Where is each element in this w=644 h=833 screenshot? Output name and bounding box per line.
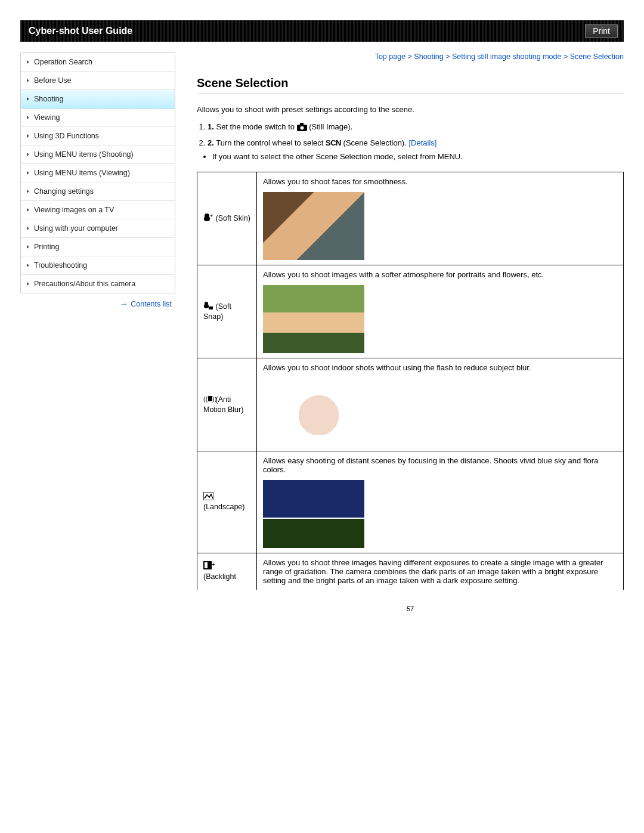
mode-desc-cell: Allows you to shoot indoor shots without… <box>257 358 624 451</box>
crumb-current: Scene Selection <box>570 52 624 61</box>
nav-operation-search[interactable]: Operation Search <box>21 53 175 72</box>
svg-text:+: + <box>212 561 215 568</box>
mode-row-soft-snap: (Soft Snap) Allows you to shoot images w… <box>197 265 624 358</box>
mode-label-cell: + (Backlight <box>197 553 257 590</box>
step-text: Set the mode switch to <box>216 122 296 131</box>
page-title: Scene Selection <box>197 76 624 90</box>
svg-text:((: (( <box>203 395 208 402</box>
details-link[interactable]: [Details] <box>408 138 436 147</box>
mode-desc-cell: Allows you to shoot faces for smoothness… <box>257 172 624 265</box>
nav-3d[interactable]: Using 3D Functions <box>21 127 175 145</box>
mode-desc-cell: Allows you to shoot three images having … <box>257 553 624 590</box>
crumb-mode[interactable]: Setting still image shooting mode <box>452 52 561 61</box>
nav-label: Before Use <box>34 76 72 85</box>
sample-image <box>263 378 364 446</box>
step-num: 1. <box>208 122 214 131</box>
sub-bullets: If you want to select the other Scene Se… <box>212 152 624 161</box>
bullet-item: If you want to select the other Scene Se… <box>212 152 624 161</box>
mode-desc: Allows easy shooting of distant scenes b… <box>263 456 598 474</box>
main-content: Top page > Shooting > Setting still imag… <box>197 52 624 612</box>
nav-list: Operation Search Before Use Shooting Vie… <box>20 52 175 293</box>
page-number: 57 <box>197 590 624 612</box>
scn-icon: SCN <box>326 138 341 147</box>
intro-text: Allows you to shoot with preset settings… <box>197 105 624 114</box>
mode-label-cell: (Soft Snap) <box>197 265 257 358</box>
mode-desc-cell: Allows you to shoot images with a softer… <box>257 265 624 358</box>
nav-label: Using with your computer <box>34 224 118 233</box>
nav-label: Printing <box>34 243 59 251</box>
step-text: (Still Image). <box>309 122 352 131</box>
svg-rect-10 <box>208 396 212 401</box>
steps-list: 1. Set the mode switch to (Still Image).… <box>208 121 624 148</box>
svg-rect-14 <box>205 562 208 568</box>
soft-skin-icon: + <box>203 213 213 222</box>
nav-printing[interactable]: Printing <box>21 238 175 256</box>
contents-list-link[interactable]: Contents list <box>131 300 172 308</box>
mode-row-anti-blur: (()) (Anti Motion Blur) Allows you to sh… <box>197 358 624 451</box>
arrow-right-icon: → <box>120 299 126 308</box>
mode-label: (Backlight <box>203 572 236 581</box>
mode-label-cell: (Landscape) <box>197 451 257 553</box>
nav-label: Shooting <box>34 95 63 103</box>
camera-icon <box>297 123 307 135</box>
nav-menu-shooting[interactable]: Using MENU items (Shooting) <box>21 145 175 164</box>
nav-tv[interactable]: Viewing images on a TV <box>21 201 175 219</box>
nav-before-use[interactable]: Before Use <box>21 72 175 90</box>
mode-desc: Allows you to shoot faces for smoothness… <box>263 177 408 186</box>
mode-row-soft-skin: + (Soft Skin) Allows you to shoot faces … <box>197 172 624 265</box>
header: Cyber-shot User Guide Print <box>20 20 624 42</box>
print-button[interactable]: Print <box>585 24 618 38</box>
nav-label: Operation Search <box>34 58 92 66</box>
app-title: Cyber-shot User Guide <box>29 26 132 36</box>
nav-computer[interactable]: Using with your computer <box>21 219 175 238</box>
nav-label: Changing settings <box>34 187 94 196</box>
mode-label-cell: (()) (Anti Motion Blur) <box>197 358 257 451</box>
svg-rect-4 <box>204 216 210 221</box>
sample-image <box>263 285 364 353</box>
crumb-shooting[interactable]: Shooting <box>414 52 443 61</box>
svg-text:+: + <box>210 213 213 219</box>
breadcrumb: Top page > Shooting > Setting still imag… <box>197 52 624 61</box>
nav-label: Viewing images on a TV <box>34 206 114 214</box>
step-1: 1. Set the mode switch to (Still Image). <box>208 121 624 135</box>
nav-label: Precautions/About this camera <box>34 280 135 288</box>
mode-row-landscape: (Landscape) Allows easy shooting of dist… <box>197 451 624 553</box>
nav-label: Using 3D Functions <box>34 132 99 140</box>
mode-label-cell: + (Soft Skin) <box>197 172 257 265</box>
mode-desc: Allows you to shoot three images having … <box>263 558 603 585</box>
mode-desc: Allows you to shoot indoor shots without… <box>263 363 531 372</box>
contents-list-link-row: → Contents list <box>20 293 175 308</box>
svg-rect-1 <box>300 123 304 125</box>
step-text: Turn the control wheel to select <box>216 138 326 147</box>
scene-modes-table: + (Soft Skin) Allows you to shoot faces … <box>197 172 624 590</box>
mode-row-backlight: + (Backlight Allows you to shoot three i… <box>197 553 624 590</box>
nav-precautions[interactable]: Precautions/About this camera <box>21 275 175 293</box>
sample-image <box>263 192 364 260</box>
step-num: 2. <box>208 138 214 147</box>
nav-shooting[interactable]: Shooting <box>21 90 175 109</box>
sample-image <box>263 480 364 548</box>
anti-blur-icon: (()) <box>203 394 213 403</box>
nav-changing-settings[interactable]: Changing settings <box>21 182 175 201</box>
sidebar: Operation Search Before Use Shooting Vie… <box>20 52 175 612</box>
landscape-icon <box>203 492 213 501</box>
nav-label: Using MENU items (Shooting) <box>34 150 134 159</box>
crumb-top[interactable]: Top page <box>375 52 405 61</box>
nav-troubleshooting[interactable]: Troubleshooting <box>21 256 175 275</box>
mode-desc-cell: Allows easy shooting of distant scenes b… <box>257 451 624 553</box>
nav-label: Troubleshooting <box>34 261 87 270</box>
nav-label: Viewing <box>34 113 60 122</box>
step-2: 2. Turn the control wheel to select SCN … <box>208 137 624 149</box>
backlight-icon: + <box>203 561 213 570</box>
nav-viewing[interactable]: Viewing <box>21 109 175 127</box>
step-text: (Scene Selection). <box>343 138 409 147</box>
mode-label: (Soft Skin) <box>213 214 250 222</box>
svg-rect-8 <box>209 306 213 309</box>
nav-label: Using MENU items (Viewing) <box>34 169 130 177</box>
mode-label: (Landscape) <box>203 503 245 511</box>
svg-rect-7 <box>204 304 209 308</box>
mode-desc: Allows you to shoot images with a softer… <box>263 270 544 279</box>
svg-point-2 <box>300 126 304 130</box>
divider <box>197 94 624 94</box>
nav-menu-viewing[interactable]: Using MENU items (Viewing) <box>21 164 175 182</box>
